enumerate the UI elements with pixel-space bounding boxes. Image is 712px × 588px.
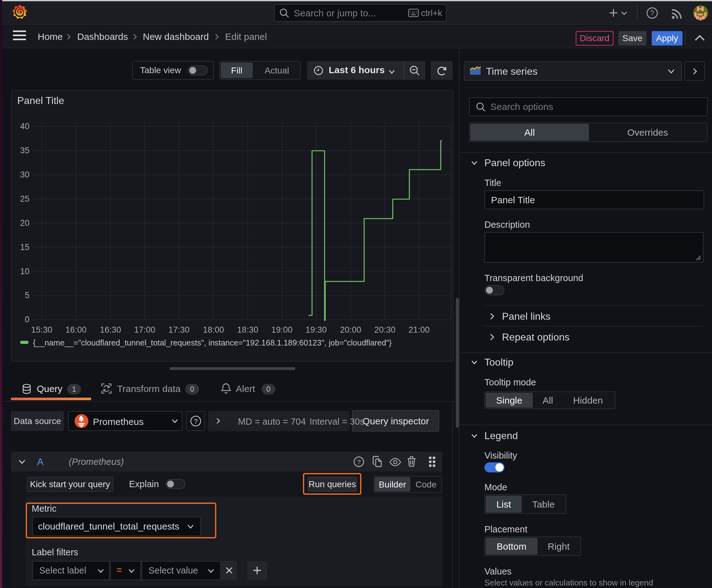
- svg-text:16:30: 16:30: [100, 325, 121, 335]
- svg-text:20:30: 20:30: [374, 325, 395, 335]
- svg-text:15: 15: [20, 243, 29, 252]
- svg-text:19:00: 19:00: [271, 325, 293, 335]
- svg-text:{__name__="cloudflared_tunnel_: {__name__="cloudflared_tunnel_total_requ…: [33, 338, 392, 347]
- svg-text:17:30: 17:30: [168, 325, 190, 335]
- svg-text:16:00: 16:00: [65, 325, 87, 335]
- svg-text:17:00: 17:00: [134, 325, 155, 335]
- svg-text:0: 0: [25, 315, 29, 324]
- svg-text:20:00: 20:00: [340, 325, 361, 335]
- svg-text:35: 35: [20, 146, 29, 155]
- svg-text:25: 25: [20, 194, 29, 204]
- svg-text:18:00: 18:00: [203, 325, 224, 335]
- svg-text:21:00: 21:00: [408, 325, 430, 335]
- svg-text:10: 10: [20, 267, 29, 276]
- svg-text:18:30: 18:30: [237, 325, 258, 335]
- svg-text:5: 5: [25, 291, 29, 300]
- svg-text:40: 40: [20, 122, 29, 131]
- svg-text:30: 30: [20, 170, 29, 180]
- svg-text:19:30: 19:30: [305, 325, 327, 335]
- svg-text:15:30: 15:30: [31, 325, 52, 335]
- svg-text:20: 20: [20, 218, 29, 228]
